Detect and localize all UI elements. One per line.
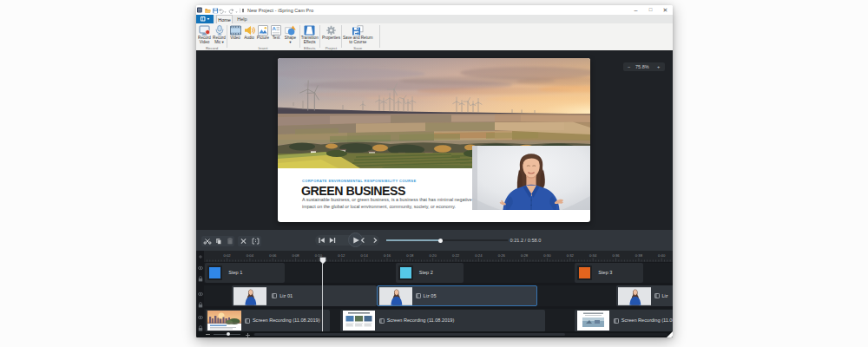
svg-text:A: A [273,26,277,31]
